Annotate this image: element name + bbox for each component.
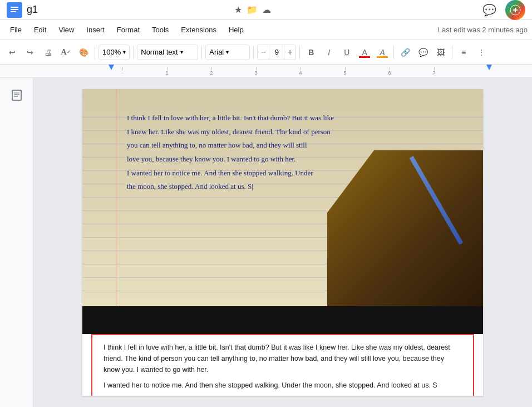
document-page: I think I fell in love with her, a littl…	[82, 89, 483, 396]
image-button[interactable]: 🖼	[433, 45, 449, 60]
ruler-mark-3: 3	[234, 67, 278, 76]
main-content: I think I fell in love with her, a littl…	[0, 78, 532, 407]
spell-check-button[interactable]: A✓	[58, 45, 73, 60]
ruler-mark-7: 7	[412, 67, 456, 76]
font-value: Arial	[209, 48, 224, 56]
ruler-mark-4: 4	[278, 67, 323, 76]
toolbar-separator-2	[133, 46, 134, 59]
docs-logo-icon	[7, 2, 22, 18]
toolbar-separator-7	[452, 46, 452, 59]
ruler-mark-5: 5	[323, 67, 367, 76]
sidebar-left	[0, 78, 33, 407]
font-color-indicator	[359, 56, 370, 58]
hw-line-3: you can tell anything to, no matter how …	[127, 139, 372, 153]
redo-button[interactable]: ↪	[22, 45, 38, 60]
ruler-mark-2: 2	[189, 67, 234, 76]
menu-bar: File Edit View Insert Format Tools Exten…	[0, 20, 532, 40]
toolbar-separator-6	[393, 46, 394, 59]
zoom-chevron-icon: ▾	[123, 49, 126, 55]
google-meet-button[interactable]	[505, 0, 525, 20]
folder-icon[interactable]: 📁	[247, 4, 258, 15]
handwritten-text: I think I fell in love with her, a littl…	[127, 111, 372, 194]
hw-line-2: I knew her. Like she was my oldest, dear…	[127, 125, 372, 139]
svg-rect-3	[11, 11, 16, 12]
menu-insert[interactable]: Insert	[81, 23, 110, 36]
hw-line-6: the moon, she stopped. And looked at us.…	[127, 180, 372, 194]
font-select[interactable]: Arial ▾	[205, 45, 250, 60]
more-options-button[interactable]: ⋮	[474, 45, 489, 60]
ruler-content: · 1 2 3 4 5 6 7	[100, 67, 532, 76]
ruler-mark-1: 1	[145, 67, 189, 76]
italic-button[interactable]: I	[321, 45, 337, 60]
toolbar-separator-1	[95, 46, 95, 59]
font-color-button[interactable]: A	[357, 45, 372, 60]
menu-file[interactable]: File	[4, 23, 27, 36]
menu-tools[interactable]: Tools	[146, 23, 174, 36]
menu-extensions[interactable]: Extensions	[175, 23, 222, 36]
notebook-image: I think I fell in love with her, a littl…	[82, 89, 483, 306]
zoom-value: 100%	[102, 48, 121, 56]
toolbar-separator-4	[253, 46, 254, 59]
menu-help[interactable]: Help	[223, 23, 249, 36]
black-bar	[82, 306, 483, 334]
last-edit-status: Last edit was 2 minutes ago	[438, 26, 528, 34]
pen-overlay	[410, 156, 464, 245]
toolbar-separator-5	[299, 46, 300, 59]
style-chevron-icon: ▾	[180, 49, 183, 55]
underline-button[interactable]: U	[339, 45, 354, 60]
document-title[interactable]: g1	[27, 4, 230, 16]
cloud-icon[interactable]: ☁	[262, 4, 271, 15]
page-image: I think I fell in love with her, a littl…	[82, 89, 483, 334]
style-select[interactable]: Normal text ▾	[137, 45, 198, 60]
ruler: · 1 2 3 4 5 6 7	[0, 65, 532, 78]
print-button[interactable]: 🖨	[40, 45, 56, 60]
text-content-box[interactable]: I think I fell in love with her, a littl…	[91, 334, 474, 396]
toolbar: ↩ ↪ 🖨 A✓ 🎨 100% ▾ Normal text ▾ Arial ▾ …	[0, 40, 532, 65]
hw-line-5: I wanted her to notice me. And then she …	[127, 166, 372, 180]
align-button[interactable]: ≡	[456, 45, 471, 60]
svg-rect-1	[11, 7, 18, 8]
font-chevron-icon: ▾	[226, 49, 229, 55]
font-size-value[interactable]: 9	[269, 45, 284, 60]
margin-line	[116, 89, 116, 306]
hw-line-4: love you, because they know you. I wante…	[127, 153, 372, 166]
zoom-select[interactable]: 100% ▾	[98, 45, 130, 60]
comment-button[interactable]: 💬	[415, 45, 431, 60]
highlight-button[interactable]: A	[375, 45, 390, 60]
title-bar: g1 ★ 📁 ☁ 💬	[0, 0, 532, 20]
text-paragraph-1: I think I fell in love with her, a littl…	[104, 342, 462, 375]
menu-format[interactable]: Format	[111, 23, 145, 36]
bold-button[interactable]: B	[303, 45, 319, 60]
paint-format-button[interactable]: 🎨	[76, 45, 91, 60]
document-outline-icon[interactable]	[11, 89, 23, 104]
text-paragraph-2: I wanted her to notice me. And then she …	[104, 380, 462, 391]
star-icon[interactable]: ★	[234, 4, 242, 15]
menu-view[interactable]: View	[53, 23, 80, 36]
font-size-decrease-button[interactable]: −	[258, 45, 269, 60]
menu-edit[interactable]: Edit	[28, 23, 52, 36]
ruler-mark-0: ·	[100, 67, 145, 76]
toolbar-separator-3	[201, 46, 202, 59]
svg-rect-5	[12, 90, 21, 100]
font-size-control: − 9 +	[257, 45, 296, 60]
chat-icon[interactable]: 💬	[482, 3, 496, 17]
svg-rect-2	[11, 9, 18, 10]
link-button[interactable]: 🔗	[397, 45, 413, 60]
font-size-increase-button[interactable]: +	[284, 45, 295, 60]
ruler-mark-6: 6	[367, 67, 412, 76]
undo-button[interactable]: ↩	[4, 45, 20, 60]
document-area[interactable]: I think I fell in love with her, a littl…	[33, 78, 532, 407]
style-value: Normal text	[141, 48, 178, 56]
hw-line-1: I think I fell in love with her, a littl…	[127, 111, 372, 125]
highlight-color-indicator	[377, 56, 388, 58]
